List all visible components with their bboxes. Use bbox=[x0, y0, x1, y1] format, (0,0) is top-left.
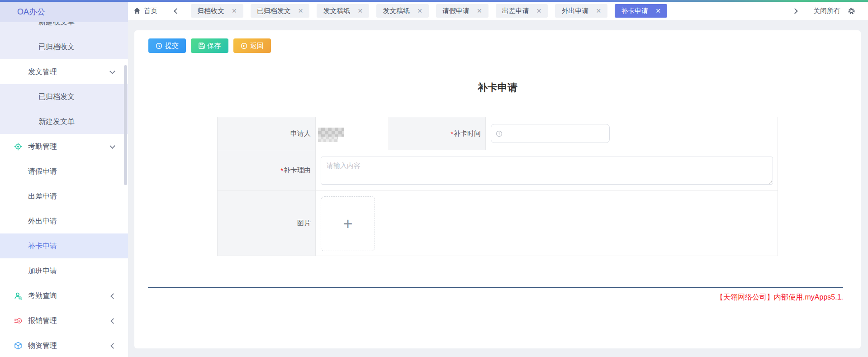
scroll-left-icon bbox=[174, 8, 180, 14]
tab-leave-request[interactable]: 请假申请 ✕ bbox=[436, 4, 489, 18]
save-button[interactable]: 保存 bbox=[191, 38, 228, 53]
footer-watermark: 【天翎网络公司】内部使用.myApps5.1. bbox=[716, 293, 843, 302]
chevron-left-icon bbox=[110, 293, 116, 299]
tab-business-trip-request[interactable]: 出差申请 ✕ bbox=[496, 4, 548, 18]
close-icon[interactable]: ✕ bbox=[232, 7, 237, 14]
tab-home[interactable]: 首页 bbox=[133, 7, 157, 15]
sidebar-item-out-request[interactable]: 外出申请 bbox=[0, 209, 128, 233]
tab-home-label: 首页 bbox=[144, 7, 157, 15]
card-time-label: * 补卡时间 bbox=[389, 117, 486, 150]
main-content: 提交 保存 返回 补卡申 bbox=[128, 20, 868, 357]
tab-send-draft-2[interactable]: 发文稿纸 ✕ bbox=[376, 4, 429, 18]
gear-icon[interactable] bbox=[848, 7, 855, 15]
cube-icon bbox=[14, 342, 22, 350]
reimburse-icon: ¥ bbox=[14, 317, 22, 325]
footer-divider bbox=[148, 287, 843, 288]
sidebar-item-leave-request[interactable]: 请假申请 bbox=[0, 159, 128, 184]
sidebar-item-business-trip-request[interactable]: 出差申请 bbox=[0, 184, 128, 209]
card-reason-textarea[interactable] bbox=[321, 157, 773, 185]
home-icon bbox=[133, 7, 141, 14]
target-icon bbox=[14, 143, 22, 151]
clock-icon bbox=[156, 43, 162, 49]
page-title: 补卡申请 bbox=[217, 81, 778, 95]
clock-icon bbox=[496, 130, 503, 137]
applicant-value-cell bbox=[316, 117, 389, 150]
sidebar-item-archived-receive-doc[interactable]: 已归档收文 bbox=[0, 34, 128, 59]
sidebar-item-overtime-request[interactable]: 加班申请 bbox=[0, 258, 128, 283]
image-label: 图片 bbox=[218, 190, 316, 256]
close-all-tabs-button[interactable]: 关闭所有 bbox=[813, 7, 840, 15]
tab-send-draft-1[interactable]: 发文稿纸 ✕ bbox=[317, 4, 369, 18]
tab-card-replacement-request[interactable]: 补卡申请 ✕ bbox=[615, 4, 667, 18]
tab-scroll-left-button[interactable] bbox=[170, 9, 183, 13]
chevron-left-icon bbox=[110, 318, 116, 324]
submit-button[interactable]: 提交 bbox=[148, 38, 186, 53]
back-button[interactable]: 返回 bbox=[233, 38, 271, 53]
tab-archived-send[interactable]: 已归档发文 ✕ bbox=[251, 4, 310, 18]
chevron-down-icon bbox=[109, 68, 115, 74]
floppy-disk-icon bbox=[199, 43, 205, 49]
sidebar-menu: 新建收文单 已归档收文 发文管理 已归档发文 新建发文单 bbox=[0, 22, 128, 357]
app-title: OA办公 bbox=[0, 2, 128, 22]
image-upload-button[interactable]: + bbox=[321, 196, 375, 251]
mosaic-block bbox=[318, 128, 344, 137]
card-time-picker[interactable] bbox=[491, 124, 610, 143]
card-reason-value-cell bbox=[316, 150, 778, 190]
mosaic-block bbox=[318, 137, 338, 142]
close-icon[interactable]: ✕ bbox=[596, 7, 601, 14]
close-icon[interactable]: ✕ bbox=[298, 7, 304, 14]
back-circle-arrow-icon bbox=[241, 43, 247, 49]
tab-list: 归档收文 ✕ 已归档发文 ✕ 发文稿纸 ✕ 发文稿纸 ✕ 请假申请 ✕ 出差申请… bbox=[191, 4, 788, 18]
tab-archived-receive[interactable]: 归档收文 ✕ bbox=[191, 4, 243, 18]
close-icon[interactable]: ✕ bbox=[655, 7, 661, 14]
form-card: 提交 保存 返回 补卡申 bbox=[134, 30, 861, 348]
masked-applicant-name bbox=[318, 128, 344, 142]
form-table: 申请人 * 补卡时间 bbox=[217, 117, 778, 256]
sidebar-item-card-replacement-request[interactable]: 补卡申请 bbox=[0, 233, 128, 258]
card-reason-label: * 补卡理由 bbox=[218, 150, 316, 190]
close-icon[interactable]: ✕ bbox=[536, 7, 542, 14]
close-icon[interactable]: ✕ bbox=[417, 7, 422, 14]
sidebar-item-attendance-query[interactable]: 考勤查询 bbox=[0, 283, 128, 308]
sidebar-item-archived-send-doc[interactable]: 已归档发文 bbox=[0, 84, 128, 109]
sidebar-item-new-receive-doc[interactable]: 新建收文单 bbox=[0, 22, 128, 34]
card-time-value-cell bbox=[486, 117, 778, 150]
plus-icon: + bbox=[343, 216, 352, 232]
tab-out-request[interactable]: 外出申请 ✕ bbox=[555, 4, 607, 18]
sidebar-item-attendance-management[interactable]: 考勤管理 bbox=[0, 134, 128, 159]
svg-text:¥: ¥ bbox=[18, 319, 20, 323]
oa-app: OA办公 新建收文单 已归档收文 发文管理 已归档发文 新建发文单 bbox=[0, 0, 868, 357]
sidebar: OA办公 新建收文单 已归档收文 发文管理 已归档发文 新建发文单 bbox=[0, 2, 128, 357]
sidebar-item-send-doc-management[interactable]: 发文管理 bbox=[0, 59, 128, 84]
applicant-label: 申请人 bbox=[218, 117, 316, 150]
scroll-right-icon bbox=[792, 8, 798, 14]
image-value-cell: + bbox=[316, 190, 778, 256]
toolbar: 提交 保存 返回 bbox=[148, 38, 271, 53]
sidebar-scrollbar[interactable] bbox=[124, 65, 127, 185]
sidebar-item-new-send-doc[interactable]: 新建发文单 bbox=[0, 109, 128, 134]
close-icon[interactable]: ✕ bbox=[357, 7, 363, 14]
tab-bar-right: 关闭所有 bbox=[804, 2, 868, 20]
tab-scroll-right-button[interactable] bbox=[788, 9, 801, 13]
chevron-down-icon bbox=[109, 143, 115, 149]
chevron-left-icon bbox=[110, 343, 116, 349]
close-icon[interactable]: ✕ bbox=[477, 7, 482, 14]
sidebar-item-material-management[interactable]: 物资管理 bbox=[0, 333, 128, 357]
person-search-icon bbox=[14, 292, 22, 300]
sidebar-item-reimbursement-management[interactable]: ¥ 报销管理 bbox=[0, 308, 128, 333]
tab-bar: 首页 归档收文 ✕ 已归档发文 ✕ 发文稿纸 ✕ 发文稿纸 ✕ 请假申请 ✕ bbox=[128, 2, 868, 20]
